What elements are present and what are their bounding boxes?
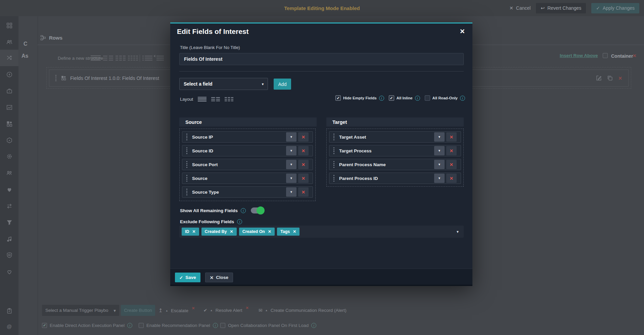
field-remove-button[interactable]: ✕ (446, 160, 457, 169)
layout-1-column-icon[interactable] (198, 97, 206, 102)
field-dropdown-button[interactable]: ▼ (286, 146, 296, 155)
field-remove-button[interactable]: ✕ (446, 146, 457, 155)
checkbox-unchecked[interactable] (220, 323, 225, 328)
drag-handle-icon[interactable] (186, 133, 187, 141)
automation-bolt-icon[interactable] (6, 71, 12, 78)
settings-gear-icon[interactable] (6, 153, 12, 159)
field-dropdown-button[interactable]: ▼ (434, 146, 445, 155)
checkbox-unchecked[interactable] (425, 95, 430, 101)
apps-grid-icon[interactable] (6, 22, 12, 29)
drag-handle-icon[interactable] (186, 174, 187, 183)
drag-handle-icon[interactable] (186, 160, 187, 169)
x-icon: ✕ (450, 162, 453, 167)
reports-chart-icon[interactable] (6, 104, 12, 110)
favorites-heart-filled-icon[interactable] (6, 187, 12, 193)
checkbox-checked[interactable]: ✓ (389, 95, 394, 101)
modules-grid-icon[interactable] (6, 121, 12, 127)
drag-handle-icon[interactable] (55, 74, 56, 82)
tasks-clipboard-icon[interactable] (6, 308, 12, 314)
container-checkbox[interactable] (603, 53, 608, 58)
modal-close-icon[interactable]: ✕ (460, 28, 465, 35)
show-all-toggle-on[interactable] (251, 207, 264, 213)
case-briefcase-icon[interactable] (6, 88, 12, 94)
data-transfer-arrows-icon[interactable] (6, 203, 12, 209)
structure-4-column-icon[interactable] (128, 55, 138, 62)
team-users-icon[interactable] (6, 39, 12, 45)
info-icon[interactable]: i (379, 96, 384, 101)
field-select[interactable]: Select a field ▾ (179, 78, 268, 90)
layout-2-column-icon[interactable] (211, 97, 220, 102)
remove-action-icon[interactable]: ✕ (245, 306, 248, 310)
workflow-shuffle-icon[interactable] (6, 55, 12, 61)
health-heart-outline-icon[interactable] (6, 269, 12, 275)
field-dropdown-button[interactable]: ▼ (434, 132, 445, 142)
edit-row-button[interactable] (596, 75, 602, 81)
field-remove-button[interactable]: ✕ (298, 146, 309, 155)
field-dropdown-button[interactable]: ▼ (286, 174, 296, 183)
exclude-fields-multiselect[interactable]: ID ✕ Created By ✕ Created On ✕ Tags ✕ ▼ (179, 226, 464, 238)
field-dropdown-button[interactable]: ▼ (286, 187, 296, 197)
field-dropdown-button[interactable]: ▼ (286, 132, 296, 142)
save-button[interactable]: ✓ Save (175, 273, 200, 282)
field-remove-button[interactable]: ✕ (298, 160, 309, 169)
info-icon[interactable]: i (415, 96, 420, 101)
create-comm-record-action[interactable]: ✉ ▴ Create Communication Record (Alert) (259, 307, 347, 313)
info-icon[interactable]: i (127, 323, 132, 328)
structure-list-icon[interactable] (142, 55, 152, 62)
field-remove-button[interactable]: ✕ (298, 174, 309, 183)
info-icon[interactable]: i (241, 208, 246, 213)
apply-changes-button[interactable]: ✓ Apply Changes (591, 3, 639, 13)
field-dropdown-button[interactable]: ▼ (434, 160, 445, 169)
mentions-at-icon[interactable]: @ (6, 323, 12, 329)
remove-action-icon[interactable]: ✕ (192, 306, 195, 310)
structure-indent-icon[interactable] (154, 55, 164, 62)
checkbox-checked[interactable]: ✓ (42, 323, 47, 328)
security-shield-icon[interactable] (6, 252, 12, 258)
field-remove-button[interactable]: ✕ (446, 132, 457, 142)
drag-handle-icon[interactable] (333, 160, 334, 169)
field-remove-button[interactable]: ✕ (298, 132, 309, 142)
check-icon: ✔ (203, 307, 207, 313)
structure-1-column-icon[interactable] (91, 55, 101, 62)
title-input[interactable] (179, 53, 464, 65)
users-group-icon[interactable] (6, 170, 12, 176)
field-dropdown-button[interactable]: ▼ (434, 174, 445, 183)
drag-handle-icon[interactable] (186, 147, 187, 155)
checkbox-checked[interactable]: ✓ (335, 95, 341, 101)
insert-row-above-link[interactable]: Insert Row Above (560, 53, 598, 58)
media-music-icon[interactable] (6, 236, 12, 242)
info-icon[interactable]: i (237, 219, 242, 224)
checkbox-unchecked[interactable] (139, 323, 144, 328)
tag-remove-icon[interactable]: ✕ (268, 229, 271, 234)
filter-funnel-icon[interactable] (6, 220, 12, 226)
field-remove-button[interactable]: ✕ (446, 174, 457, 183)
info-icon[interactable]: i (213, 323, 218, 328)
caret-down-icon[interactable]: ▼ (456, 230, 461, 234)
create-button[interactable]: Create Button (121, 305, 155, 316)
resolve-alert-action[interactable]: ✔ ▴ Resolve Alert ✕ (203, 307, 249, 313)
manual-trigger-playbook-select[interactable]: Select a Manual Trigger Playbo ▾ (42, 305, 119, 316)
playbook-hexagon-icon[interactable] (6, 137, 12, 143)
revert-changes-button[interactable]: ↩ Revert Changes (536, 3, 586, 13)
copy-row-button[interactable] (607, 75, 613, 81)
info-icon[interactable]: i (460, 96, 465, 101)
cancel-button[interactable]: ✕ Cancel (509, 5, 531, 11)
close-button[interactable]: ✕ Close (205, 273, 233, 282)
tag-remove-icon[interactable]: ✕ (192, 229, 196, 234)
field-dropdown-button[interactable]: ▼ (286, 160, 296, 169)
add-field-button[interactable]: Add (274, 79, 291, 90)
drag-handle-icon[interactable] (333, 174, 334, 183)
layout-3-column-icon[interactable] (225, 97, 233, 102)
drag-handle-icon[interactable] (186, 188, 187, 196)
drag-handle-icon[interactable] (333, 133, 334, 141)
structure-2-column-icon[interactable] (103, 55, 113, 62)
drag-handle-icon[interactable] (333, 147, 334, 155)
remove-row-group-button[interactable]: ✕ (633, 53, 637, 58)
delete-row-button[interactable]: ✕ (618, 76, 622, 81)
tag-remove-icon[interactable]: ✕ (293, 229, 296, 234)
tag-remove-icon[interactable]: ✕ (230, 229, 233, 234)
info-icon[interactable]: i (311, 323, 316, 328)
field-remove-button[interactable]: ✕ (298, 187, 309, 197)
escalate-action[interactable]: ↥ ▴ Escalate ✕ (158, 307, 195, 314)
structure-3-column-icon[interactable] (116, 55, 126, 62)
